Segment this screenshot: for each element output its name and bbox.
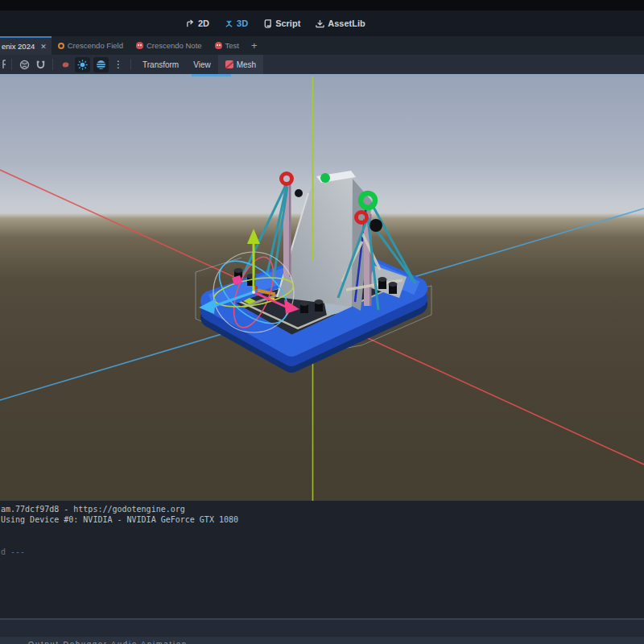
sun-icon — [77, 60, 88, 70]
assetlib-download-icon — [316, 19, 324, 28]
main-screen-buttons: 2D 3D Script AssetLib — [186, 10, 365, 36]
gizmo-y-arrowhead[interactable] — [247, 229, 260, 244]
script-icon — [263, 19, 272, 28]
scene-tab-bar: enix 2024 ✕ Crescendo Field Crescendo No… — [0, 36, 644, 55]
mesh-menu-label: Mesh — [237, 60, 256, 69]
snap-magnet-icon[interactable] — [34, 58, 47, 71]
bottom-panel-buttons[interactable]: Output Debugger Audio Animation — [0, 637, 644, 644]
robot-model[interactable] — [211, 171, 417, 362]
left-post-shade — [289, 183, 291, 277]
scene-tab-test[interactable]: Test — [208, 36, 246, 55]
gizmo-center-dot[interactable] — [252, 291, 255, 294]
assetlib-label: AssetLib — [328, 19, 365, 28]
console-line: Using Device #0: NVIDIA - NVIDIA GeForce… — [1, 515, 238, 524]
2d-label: 2D — [198, 19, 209, 28]
viewport-toolbar: ⋮ Transform View Mesh — [0, 55, 644, 74]
bottom-panel-labels[interactable]: Output Debugger Audio Animation — [28, 640, 188, 644]
toolbar-separator — [130, 59, 131, 70]
toolbar-separator — [11, 59, 12, 70]
transform-menu-label: Transform — [142, 60, 179, 69]
view-menu-label: View — [193, 60, 211, 69]
2d-icon — [186, 19, 195, 28]
3d-icon — [225, 19, 233, 28]
scene-tab-label: Test — [225, 41, 239, 50]
add-scene-tab-button[interactable]: + — [246, 36, 263, 55]
preview-sun-toggle[interactable] — [75, 57, 90, 72]
3d-viewport[interactable] — [0, 76, 644, 501]
scene-tab-label: Crescendo Field — [68, 41, 123, 50]
mesh-instance-icon — [225, 60, 233, 68]
bottom-panel-strip — [0, 620, 644, 637]
editor-header: 2D 3D Script AssetLib — [0, 10, 644, 36]
custom-plugin-icon[interactable] — [59, 58, 72, 71]
console-line: am.77dcf97d8 - https://godotengine.org — [1, 505, 185, 514]
godot-scene-icon — [136, 42, 143, 49]
sun-environment-menu-icon[interactable]: ⋮ — [112, 58, 125, 71]
local-space-icon[interactable] — [18, 58, 31, 71]
scene-tab-label: enix 2024 — [2, 42, 35, 51]
green-roller-top — [320, 173, 330, 183]
scene-tab-crescendo-field[interactable]: Crescendo Field — [52, 36, 130, 55]
toolbar-separator — [52, 59, 53, 70]
tab-close-icon[interactable]: ✕ — [40, 43, 47, 51]
scene-tab-label: Crescendo Note — [147, 41, 202, 50]
godot-editor-window: 2D 3D Script AssetLib — [0, 0, 644, 644]
3d-screen-button[interactable]: 3D — [225, 19, 248, 28]
console-line-dim: d --- — [1, 547, 25, 556]
transform-menu[interactable]: Transform — [135, 55, 186, 74]
3d-label: 3D — [237, 19, 248, 28]
black-ball — [369, 219, 382, 232]
window-titlebar — [0, 0, 644, 10]
red-cap-left — [282, 174, 292, 184]
preview-environment-toggle[interactable] — [93, 57, 109, 72]
output-console-panel: am.77dcf97d8 - https://godotengine.org U… — [0, 501, 644, 644]
clipped-tool-icon[interactable] — [0, 58, 6, 71]
view-menu[interactable]: View — [186, 55, 218, 74]
node-ring-icon — [58, 43, 64, 49]
scene-tab-active[interactable]: enix 2024 ✕ — [0, 36, 52, 55]
2d-screen-button[interactable]: 2D — [186, 19, 209, 28]
godot-scene-icon — [215, 42, 222, 49]
script-label: Script — [275, 19, 300, 28]
scene-tab-crescendo-note[interactable]: Crescendo Note — [130, 36, 208, 55]
script-screen-button[interactable]: Script — [263, 19, 300, 28]
assetlib-screen-button[interactable]: AssetLib — [316, 19, 365, 28]
viewport-canvas[interactable] — [0, 76, 644, 501]
black-ball-small — [295, 189, 303, 197]
environment-icon — [96, 60, 106, 70]
mesh-menu[interactable]: Mesh — [218, 55, 263, 74]
